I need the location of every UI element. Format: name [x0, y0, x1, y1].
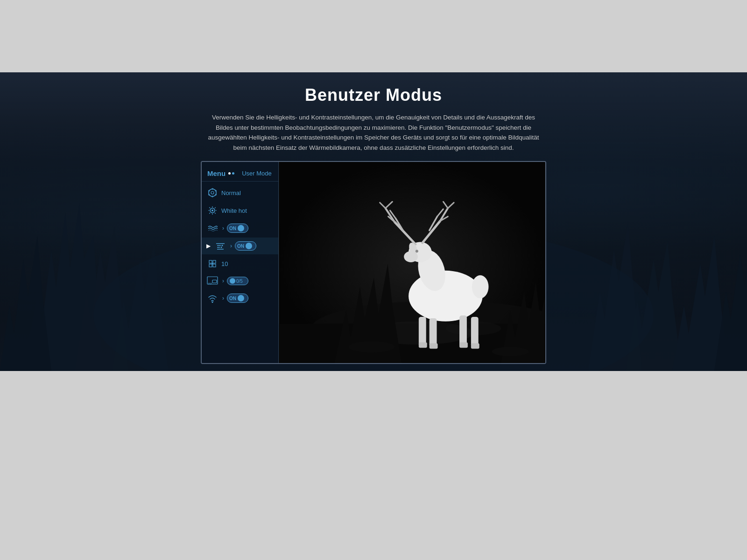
- smooth-toggle[interactable]: ON: [227, 224, 248, 233]
- brightness-toggle-circle: [246, 243, 252, 249]
- main-content-area: Benutzer Modus Verwenden Sie die Helligk…: [0, 72, 747, 371]
- page-wrapper: Benutzer Modus Verwenden Sie die Helligk…: [0, 0, 747, 560]
- svg-rect-35: [209, 264, 212, 267]
- menu-item-white-hot[interactable]: White hot: [202, 202, 278, 219]
- menu-item-sharpness[interactable]: 10: [202, 255, 278, 272]
- page-description: Verwenden Sie die Helligkeits- und Kontr…: [205, 112, 542, 153]
- svg-point-49: [409, 271, 483, 322]
- svg-line-26: [209, 213, 210, 214]
- svg-point-77: [416, 250, 418, 253]
- white-hot-text: White hot: [221, 207, 274, 214]
- bottom-gray-area: [0, 371, 747, 560]
- brightness-icon: [214, 241, 226, 251]
- color-mode-icon: [206, 188, 218, 198]
- svg-line-25: [215, 208, 216, 209]
- pip-toggle-value: 0/5: [236, 279, 243, 284]
- svg-point-18: [211, 210, 213, 211]
- pip-icon: PIP: [206, 276, 218, 286]
- svg-point-81: [492, 347, 529, 357]
- brightness-toggle-label: ON: [237, 244, 244, 249]
- menu-items-list: Normal: [202, 184, 278, 307]
- svg-rect-71: [459, 315, 467, 347]
- top-gray-area: [0, 0, 747, 72]
- wifi-toggle[interactable]: ON: [227, 294, 248, 303]
- thermal-image-area: [279, 162, 545, 363]
- svg-point-31: [221, 247, 222, 248]
- wifi-toggle-circle: [238, 295, 244, 301]
- svg-line-24: [215, 213, 216, 214]
- user-mode-label: User Mode: [242, 170, 272, 177]
- svg-rect-34: [213, 260, 216, 263]
- dot-blue: [232, 172, 234, 175]
- sharpness-icon: [206, 259, 218, 269]
- smooth-toggle-label: ON: [229, 226, 236, 231]
- color-mode-text: Normal: [221, 189, 274, 196]
- menu-item-pip[interactable]: PIP › 0/5: [202, 273, 278, 289]
- smooth-toggle-circle: [238, 225, 244, 231]
- svg-rect-68: [419, 343, 427, 348]
- svg-line-23: [209, 208, 210, 209]
- thermal-scene-svg: [279, 162, 545, 363]
- menu-label: Menu: [207, 169, 226, 177]
- device-frame: Menu User Mode: [201, 161, 546, 364]
- menu-item-wifi[interactable]: › ON: [202, 290, 278, 307]
- page-title: Benutzer Modus: [205, 85, 542, 105]
- wifi-toggle-label: ON: [229, 296, 236, 301]
- svg-rect-69: [430, 318, 437, 347]
- brightness-toggle[interactable]: ON: [235, 241, 256, 251]
- white-hot-icon: [206, 205, 218, 216]
- svg-point-80: [348, 342, 395, 353]
- svg-point-10: [211, 191, 214, 194]
- wifi-icon: [206, 293, 218, 303]
- menu-dots: [228, 172, 234, 175]
- svg-point-43: [212, 301, 213, 303]
- pip-toggle[interactable]: 0/5: [227, 277, 248, 285]
- dot-white: [228, 172, 231, 175]
- svg-rect-33: [209, 260, 212, 263]
- svg-rect-74: [471, 343, 479, 349]
- svg-rect-41: [212, 280, 217, 283]
- menu-item-brightness[interactable]: ▶ ›: [202, 238, 278, 254]
- pip-arrow: ›: [222, 278, 224, 284]
- smooth-icon: [206, 223, 218, 233]
- svg-rect-36: [213, 264, 216, 267]
- pip-control[interactable]: 0/5: [227, 277, 248, 285]
- menu-item-color-mode[interactable]: Normal: [202, 184, 278, 201]
- svg-rect-70: [430, 343, 438, 349]
- sharpness-value: 10: [221, 260, 228, 267]
- menu-header: Menu User Mode: [202, 167, 278, 182]
- menu-item-smooth[interactable]: › ON: [202, 220, 278, 237]
- brightness-toggle-control[interactable]: ON: [235, 241, 256, 251]
- title-section: Benutzer Modus Verwenden Sie die Helligk…: [205, 72, 542, 153]
- svg-point-29: [222, 245, 223, 246]
- smooth-toggle-control[interactable]: ON: [227, 224, 248, 233]
- svg-rect-72: [459, 343, 468, 348]
- active-row-arrow: ▶: [206, 243, 211, 249]
- brightness-arrow: ›: [230, 243, 232, 249]
- svg-point-75: [472, 275, 489, 299]
- wifi-toggle-control[interactable]: ON: [227, 294, 248, 303]
- pip-toggle-circle: [230, 278, 235, 284]
- smooth-arrow: ›: [222, 225, 224, 231]
- menu-panel: Menu User Mode: [202, 162, 279, 363]
- svg-rect-73: [471, 317, 479, 347]
- wifi-arrow: ›: [222, 295, 224, 301]
- svg-text:PIP: PIP: [208, 282, 212, 285]
